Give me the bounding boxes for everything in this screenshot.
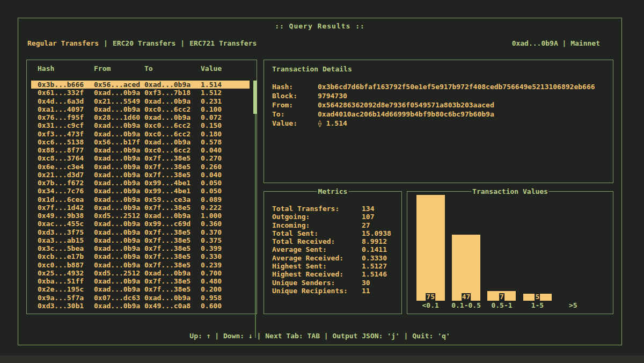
scrollbar-thumb[interactable] [253, 81, 257, 114]
cell-from: 0xad...0b9a [94, 187, 144, 195]
table-row[interactable]: 0xa3...ab15 0xad...0b9a 0x7f...38e5 0.37… [31, 236, 250, 244]
cell-hash: 0x25...4932 [38, 269, 94, 277]
chart-bar-group: 75<0.1 [413, 195, 448, 310]
cell-to: 0xad...0b9a [144, 138, 201, 146]
cell-from: 0xad...0b9a [94, 89, 144, 97]
metric-value: 30 [362, 279, 370, 287]
metrics-panel: Metrics Total Transfers: 134 Outgoing: 1… [264, 191, 402, 314]
cell-from: 0xad...0b9a [94, 130, 144, 138]
cell-hash: 0xc8...3764 [38, 154, 94, 162]
cell-hash: 0x6e...c3e4 [38, 163, 94, 171]
tab[interactable]: ERC20 Transfers [113, 39, 175, 47]
cell-value: 0.270 [201, 154, 250, 162]
bar-value-label: 5 [535, 293, 540, 301]
table-row[interactable]: 0x88...8f77 0xad...0b9a 0xc0...6cc2 0.04… [31, 146, 250, 154]
chart-bar-group: 70.5-1 [484, 291, 519, 310]
metric-value: 1.5146 [362, 270, 387, 278]
table-row[interactable]: 0x7b...f672 0xad...0b9a 0x99...4be1 0.05… [31, 179, 250, 187]
cell-from: 0xad...0b9a [94, 163, 144, 171]
table-row[interactable]: 0xac...455c 0xad...0b9a 0x99...c69d 0.36… [31, 220, 250, 228]
metric-value: 8.9912 [362, 237, 387, 245]
table-row[interactable]: 0xf3...473f 0xad...0b9a 0xc0...6cc2 0.18… [31, 130, 250, 138]
table-row[interactable]: 0x3c...5bea 0xad...0b9a 0x7f...38e5 0.39… [31, 244, 250, 252]
cell-to: 0x7f...38e5 [144, 228, 201, 236]
table-row[interactable]: 0x3b...b666 0x56...aced 0xad...0b9a 1.51… [31, 81, 250, 89]
tab[interactable]: ERC721 Transfers [189, 39, 257, 47]
x-axis-label: <0.1 [422, 301, 439, 310]
cell-from: 0xad...0b9a [94, 204, 144, 212]
table-row[interactable]: 0x4d...6a3d 0x21...5549 0xad...0b9a 0.23… [31, 97, 250, 105]
cell-hash: 0xba...51ff [38, 277, 94, 285]
cell-from: 0xad...0b9a [94, 285, 144, 293]
column-header: Hash [38, 64, 94, 72]
cell-value: 0.375 [201, 236, 250, 244]
metric-item: Average Sent: 0.1411 [272, 245, 398, 253]
table-row[interactable]: 0xc8...3764 0xad...0b9a 0x7f...38e5 0.27… [31, 154, 250, 162]
table-row[interactable]: 0xd3...30b1 0xad...0b9a 0x49...c0a8 0.60… [31, 302, 250, 310]
cell-to: 0x7f...38e5 [144, 236, 201, 244]
metric-label: Outgoing: [272, 213, 362, 221]
cell-value: 0.260 [201, 163, 250, 171]
cell-hash: 0xd3...30b1 [38, 302, 94, 310]
metric-value: 107 [362, 213, 374, 221]
account-network-label: 0xad...0b9A | Mainnet [512, 39, 621, 47]
table-row[interactable]: 0xc6...5138 0x56...b17f 0xad...0b9a 0.57… [31, 138, 250, 146]
cell-to: 0x7f...38e5 [144, 171, 201, 179]
chart-bar-group: 51-5 [519, 294, 555, 310]
x-axis-label: 1-5 [531, 301, 544, 310]
table-row[interactable]: 0x21...d3d7 0xad...0b9a 0x7f...38e5 0.04… [31, 171, 250, 179]
table-row[interactable]: 0x6e...c3e4 0xad...0b9a 0x7f...38e5 0.26… [31, 163, 250, 171]
metric-item: Unique Senders: 30 [272, 279, 398, 287]
table-row[interactable]: 0xd3...3f75 0xad...0b9a 0x7f...38e5 0.37… [31, 228, 250, 236]
cell-value: 1.000 [201, 212, 250, 220]
cell-from: 0xad...0b9a [94, 277, 144, 285]
table-row[interactable]: 0x1d...6cea 0xad...0b9a 0x59...ce3a 0.08… [31, 195, 250, 204]
bar: 47 [452, 235, 480, 301]
tab[interactable]: Regular Transfers [27, 39, 99, 47]
field-label: From: [272, 100, 318, 110]
bar-value-label: 47 [462, 293, 471, 301]
table-row[interactable]: 0x7f...1d42 0xad...0b9a 0x7f...38e5 0.22… [31, 204, 250, 212]
cell-value: 0.089 [201, 195, 250, 204]
cell-hash: 0x1d...6cea [38, 195, 94, 204]
metrics-list: Total Transfers: 134 Outgoing: 107 Incom… [272, 205, 398, 295]
metric-label: Incoming: [272, 221, 362, 229]
cell-to: 0xf3...7b18 [144, 89, 201, 97]
cell-to: 0xad...0b9a [144, 294, 201, 302]
table-row[interactable]: 0x34...7c76 0xad...0b9a 0x99...4be1 0.05… [31, 187, 250, 195]
metric-value: 134 [362, 205, 374, 213]
metric-label: Total Transfers: [272, 205, 362, 213]
table-row[interactable]: 0x9a...5f7a 0x07...dc63 0xad...0b9a 0.95… [31, 294, 250, 302]
cell-hash: 0x88...8f77 [38, 146, 94, 154]
field-label: Hash: [272, 82, 318, 91]
table-body: 0x3b...b666 0x56...aced 0xad...0b9a 1.51… [31, 81, 250, 310]
metric-label: Average Received: [272, 254, 362, 262]
cell-value: 0.180 [201, 130, 250, 138]
cell-to: 0x99...4be1 [144, 179, 201, 187]
table-row[interactable]: 0xa1...4097 0xad...0b9a 0xc0...6cc2 0.10… [31, 105, 250, 113]
cell-value: 1.514 [201, 81, 250, 89]
cell-from: 0xad...0b9a [94, 220, 144, 228]
page-title: :: Query Results :: [18, 22, 621, 30]
cell-hash: 0x3c...5bea [38, 244, 94, 252]
cell-hash: 0xf3...473f [38, 130, 94, 138]
table-row[interactable]: 0x25...4932 0xd5...2512 0xad...0b9a 0.70… [31, 269, 250, 277]
table-row[interactable]: 0x76...f95f 0x28...1d60 0xad...0b9a 0.07… [31, 113, 250, 121]
column-header: From [94, 64, 144, 72]
table-row[interactable]: 0xba...51ff 0xad...0b9a 0x7f...38e5 0.48… [31, 277, 250, 285]
table-row[interactable]: 0xc0...b887 0xad...0b9a 0x7f...38e5 0.23… [31, 261, 250, 269]
table-row[interactable]: 0x31...c9cf 0xad...0b9a 0xc0...6cc2 0.15… [31, 121, 250, 129]
table-row[interactable]: 0x61...332f 0xad...0b9a 0xf3...7b18 1.51… [31, 89, 250, 97]
field-value: 0x564286362092d8e7936f0549571a803b203aac… [318, 100, 494, 110]
cell-from: 0xad...0b9a [94, 244, 144, 252]
cell-value: 0.200 [201, 285, 250, 293]
x-axis-label: 0.1-0.5 [451, 301, 481, 310]
metrics-title: Metrics [317, 187, 349, 195]
table-row[interactable]: 0xcb...e17b 0xad...0b9a 0x7f...38e5 0.33… [31, 252, 250, 260]
cell-value: 0.958 [201, 294, 250, 302]
cell-value: 1.512 [201, 89, 250, 97]
details-field: From: 0x564286362092d8e7936f0549571a803b… [272, 100, 608, 110]
cell-to: 0xc0...6cc2 [144, 121, 201, 129]
table-row[interactable]: 0x49...9b38 0xd5...2512 0xad...0b9a 1.00… [31, 212, 250, 220]
table-row[interactable]: 0x2e...195c 0xad...0b9a 0x7f...38e5 0.20… [31, 285, 250, 293]
